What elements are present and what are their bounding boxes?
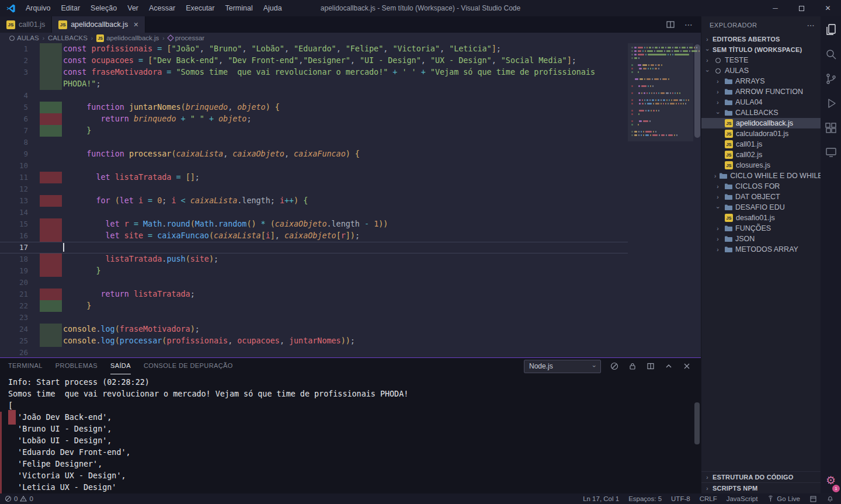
output-console[interactable]: Info: Start process (02:28:22)Somos time…	[0, 374, 701, 493]
line-number[interactable]: 16	[0, 230, 28, 242]
tree-item-call02-js[interactable]: JScall02.js	[701, 150, 821, 160]
source-control-icon[interactable]	[821, 67, 841, 91]
line-number[interactable]: 10	[0, 160, 28, 172]
code-text[interactable]	[63, 160, 628, 172]
settings-gear-icon[interactable]: ⚙ 1	[821, 469, 841, 491]
workspace-section[interactable]: › SEM TÍTULO (WORKSPACE)	[701, 44, 821, 55]
extensions-icon[interactable]	[821, 116, 841, 140]
code-text[interactable]: return listaTratada;	[63, 289, 628, 300]
line-number[interactable]: 4	[0, 90, 28, 102]
panel-scrollbar[interactable]	[694, 402, 700, 444]
code-text[interactable]: const ocupacoes = ["Dev Back-end", "Dev …	[63, 55, 628, 67]
line-number[interactable]: 21	[0, 289, 28, 300]
code-text[interactable]: }	[63, 125, 628, 137]
code-text[interactable]: console.log(processar(profissionais, ocu…	[63, 335, 628, 347]
menu-executar[interactable]: Executar	[180, 0, 220, 16]
tab-apelidocallback-js[interactable]: JSapelidocallback.js✕	[52, 16, 145, 33]
line-number[interactable]: 12	[0, 183, 28, 195]
code-text[interactable]	[63, 347, 628, 357]
code-text[interactable]: }	[63, 300, 628, 312]
line-number[interactable]: 26	[0, 347, 28, 357]
tree-item-fun-es[interactable]: ›FUNÇÕES	[701, 223, 821, 234]
line-number[interactable]: 5	[0, 102, 28, 113]
preview-icon[interactable]	[809, 495, 817, 503]
line-number[interactable]: 22	[0, 300, 28, 312]
more-actions-icon[interactable]: ⋯	[684, 20, 693, 29]
line-number[interactable]: 2	[0, 55, 28, 67]
open-editors-section[interactable]: › EDITORES ABERTOS	[701, 34, 821, 44]
tree-item-aula04[interactable]: ›AULA04	[701, 97, 821, 107]
menu-acessar[interactable]: Acessar	[144, 0, 180, 16]
npm-scripts-section[interactable]: › SCRIPTS NPM	[701, 482, 821, 493]
code-text[interactable]: listaTratada.push(site);	[63, 253, 628, 265]
menu-arquivo[interactable]: Arquivo	[20, 0, 55, 16]
code-text[interactable]: PHODA!";	[63, 78, 628, 90]
panel-tab-terminal[interactable]: TERMINAL	[8, 358, 43, 374]
line-number[interactable]: 1	[0, 43, 28, 55]
tree-item-arrays[interactable]: ›ARRAYS	[701, 76, 821, 86]
line-number[interactable]: 7	[0, 125, 28, 137]
breadcrumb-item-processar[interactable]: processar	[168, 34, 205, 41]
status-eol[interactable]: CRLF	[700, 495, 717, 502]
line-number[interactable]: 11	[0, 172, 28, 183]
menu-sele-o[interactable]: Seleção	[85, 0, 122, 16]
output-channel-select[interactable]: Node.js ›	[524, 360, 601, 373]
line-number[interactable]: 3	[0, 67, 28, 78]
search-icon[interactable]	[821, 42, 841, 67]
tree-item-aulas[interactable]: ›AULAS	[701, 65, 821, 76]
line-number[interactable]: 25	[0, 335, 28, 347]
minimap[interactable]	[628, 43, 701, 357]
close-tab-icon[interactable]: ✕	[133, 21, 138, 29]
outline-section[interactable]: › ESTRUTURA DO CÓDIGO	[701, 471, 821, 482]
status-go-live[interactable]: Go Live	[767, 495, 800, 503]
code-text[interactable]	[63, 183, 628, 195]
line-number[interactable]: 24	[0, 324, 28, 335]
close-window-button[interactable]: ✕	[815, 0, 841, 16]
code-text[interactable]	[63, 277, 628, 289]
close-panel-icon[interactable]	[682, 362, 691, 371]
maximize-button[interactable]	[788, 0, 815, 16]
tree-item-callbacks[interactable]: ›CALLBACKS	[701, 107, 821, 118]
tree-item-ciclo-while-e-do-while[interactable]: ›CICLO WHILE E DO WHILE	[701, 171, 821, 181]
code-text[interactable]: }	[63, 265, 628, 277]
code-text[interactable]: let listaTratada = [];	[63, 172, 628, 183]
breadcrumb-item-aulas[interactable]: AULAS	[9, 34, 39, 41]
code-text[interactable]	[63, 207, 628, 218]
status-cursor-position[interactable]: Ln 17, Col 1	[583, 495, 619, 502]
code-text[interactable]: return brinquedo + " " + objeto;	[63, 113, 628, 125]
line-number[interactable]: 17	[0, 242, 28, 253]
split-editor-icon[interactable]	[666, 20, 675, 29]
scroll-lock-icon[interactable]	[628, 362, 637, 371]
code-text[interactable]: for (let i = 0; i < caixaLista.length; i…	[63, 195, 628, 207]
breadcrumb-item-apelidocallback-js[interactable]: JSapelidocallback.js	[96, 34, 159, 42]
line-number[interactable]: 13	[0, 195, 28, 207]
line-number[interactable]: 6	[0, 113, 28, 125]
line-number[interactable]: 14	[0, 207, 28, 218]
code-text[interactable]	[63, 312, 628, 324]
menu-ajuda[interactable]: Ajuda	[258, 0, 287, 16]
line-number[interactable]: 23	[0, 312, 28, 324]
status-language[interactable]: JavaScript	[727, 495, 758, 502]
status-indentation[interactable]: Espaços: 5	[628, 495, 662, 502]
code-text[interactable]: const fraseMotivadora = "Somos time que …	[63, 67, 628, 78]
explorer-icon[interactable]	[821, 18, 841, 42]
code-text[interactable]: let r = Math.round(Math.random() * (caix…	[63, 218, 628, 230]
panel-tab-problemas[interactable]: PROBLEMAS	[55, 358, 98, 374]
tree-item-desafio01-js[interactable]: JSdesafio01.js	[701, 213, 821, 223]
line-number[interactable]: 18	[0, 253, 28, 265]
tree-item-ciclos-for[interactable]: ›CICLOS FOR	[701, 181, 821, 192]
tree-item-json[interactable]: ›JSON	[701, 234, 821, 244]
status-encoding[interactable]: UTF-8	[671, 495, 690, 502]
menu-editar[interactable]: Editar	[55, 0, 85, 16]
code-text[interactable]: function processar(caixaLista, caixaObje…	[63, 148, 628, 160]
menu-terminal[interactable]: Terminal	[220, 0, 258, 16]
line-number[interactable]: 15	[0, 218, 28, 230]
tree-item-call01-js[interactable]: JScall01.js	[701, 139, 821, 150]
minimap-slider[interactable]	[628, 43, 693, 141]
maximize-panel-icon[interactable]	[664, 362, 673, 371]
panel-tab-console-de-depura-o[interactable]: CONSOLE DE DEPURAÇÃO	[144, 358, 233, 374]
line-number[interactable]: 20	[0, 277, 28, 289]
menu-ver[interactable]: Ver	[122, 0, 144, 16]
tab-call01-js[interactable]: JScall01.js	[0, 16, 52, 33]
clear-output-icon[interactable]	[610, 362, 619, 371]
